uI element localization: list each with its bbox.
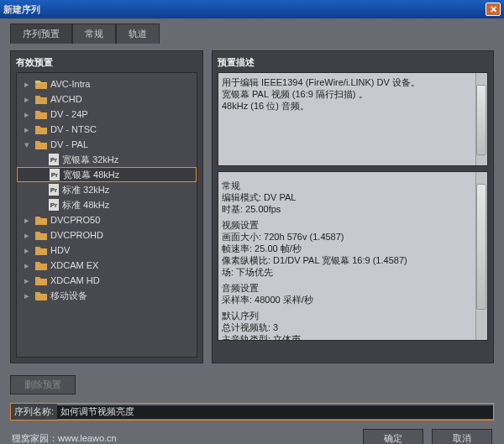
folder-hdv[interactable]: ▸HDV xyxy=(17,243,197,258)
info-box: 常规 编辑模式: DV PAL 时基: 25.00fps 视频设置 画面大小: … xyxy=(218,171,488,341)
presets-panel: 有效预置 ▸AVC-Intra ▸AVCHD ▸DV - 24P ▸DV - N… xyxy=(10,50,203,363)
tab-presets[interactable]: 序列预置 xyxy=(10,24,72,44)
folder-icon xyxy=(35,260,47,270)
folder-icon xyxy=(35,79,47,89)
chevron-right-icon: ▸ xyxy=(22,94,32,105)
folder-dvcpro50[interactable]: ▸DVCPRO50 xyxy=(17,212,197,227)
preset-icon: Pr xyxy=(49,199,59,211)
chevron-right-icon: ▸ xyxy=(22,245,32,256)
tab-general[interactable]: 常规 xyxy=(72,24,116,44)
folder-icon xyxy=(35,215,47,225)
ok-button[interactable]: 确定 xyxy=(363,429,423,444)
chevron-right-icon: ▸ xyxy=(22,109,32,120)
preset-icon: Pr xyxy=(50,169,60,180)
sequence-name-label: 序列名称: xyxy=(11,404,57,420)
close-icon[interactable]: ✕ xyxy=(486,3,501,16)
chevron-down-icon: ▾ xyxy=(22,139,32,150)
chevron-right-icon: ▸ xyxy=(22,290,32,301)
folder-dvpal[interactable]: ▾DV - PAL xyxy=(17,137,197,152)
chevron-right-icon: ▸ xyxy=(22,124,32,135)
presets-title: 有效预置 xyxy=(16,56,197,69)
folder-avchd[interactable]: ▸AVCHD xyxy=(17,91,197,107)
window-title: 新建序列 xyxy=(3,3,40,16)
tab-tracks[interactable]: 轨道 xyxy=(116,24,160,44)
scrollbar[interactable] xyxy=(475,172,487,340)
preset-tree[interactable]: ▸AVC-Intra ▸AVCHD ▸DV - 24P ▸DV - NTSC ▾… xyxy=(16,72,197,358)
folder-icon xyxy=(35,275,47,285)
folder-avcintra[interactable]: ▸AVC-Intra xyxy=(17,76,197,91)
preset-std32[interactable]: Pr标准 32kHz xyxy=(17,182,197,197)
folder-icon xyxy=(35,290,47,300)
folder-icon xyxy=(35,230,47,240)
scrollbar[interactable] xyxy=(475,73,487,165)
cancel-button[interactable]: 取消 xyxy=(432,429,492,444)
preset-wide32[interactable]: Pr宽银幕 32kHz xyxy=(17,152,197,167)
folder-icon xyxy=(35,109,47,119)
description-panel: 预置描述 用于编辑 IEEE1394 (FireWire/i.LINK) DV … xyxy=(212,50,494,363)
folder-xdcamhd[interactable]: ▸XDCAM HD xyxy=(17,273,197,288)
chevron-right-icon: ▸ xyxy=(22,215,32,226)
folder-icon xyxy=(35,94,47,104)
folder-open-icon xyxy=(35,139,47,149)
folder-mobile[interactable]: ▸移动设备 xyxy=(17,288,197,303)
folder-dv24p[interactable]: ▸DV - 24P xyxy=(17,107,197,122)
description-box: 用于编辑 IEEE1394 (FireWire/i.LINK) DV 设备。 宽… xyxy=(218,72,488,166)
folder-icon xyxy=(35,124,47,134)
tab-bar: 序列预置 常规 轨道 xyxy=(0,18,504,44)
scrollbar-thumb[interactable] xyxy=(476,184,486,310)
description-title: 预置描述 xyxy=(218,56,488,69)
folder-dvntsc[interactable]: ▸DV - NTSC xyxy=(17,122,197,137)
chevron-right-icon: ▸ xyxy=(22,79,32,90)
preset-icon: Pr xyxy=(49,154,59,165)
chevron-right-icon: ▸ xyxy=(22,230,32,241)
delete-preset-button: 删除预置 xyxy=(10,375,76,394)
folder-dvcprohd[interactable]: ▸DVCPROHD xyxy=(17,227,197,243)
preset-icon: Pr xyxy=(49,184,59,196)
folder-xdcamex[interactable]: ▸XDCAM EX xyxy=(17,258,197,273)
sequence-name-row: 序列名称: xyxy=(10,403,494,420)
chevron-right-icon: ▸ xyxy=(22,260,32,271)
preset-wide48[interactable]: Pr宽银幕 48kHz xyxy=(17,167,197,182)
chevron-right-icon: ▸ xyxy=(22,275,32,286)
credit-text: 狸窝家园：www.leawo.cn xyxy=(12,432,117,444)
preset-std48[interactable]: Pr标准 48kHz xyxy=(17,197,197,212)
folder-icon xyxy=(35,245,47,255)
titlebar: 新建序列 ✕ xyxy=(0,0,504,18)
sequence-name-input[interactable] xyxy=(57,405,493,419)
scrollbar-thumb[interactable] xyxy=(476,85,486,155)
